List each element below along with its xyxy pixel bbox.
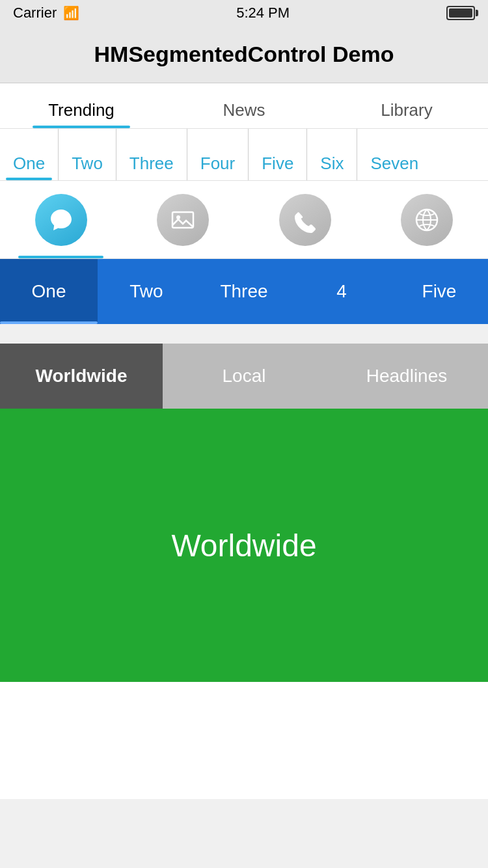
tab-icon-phone[interactable]: [244, 181, 366, 258]
tab-blue-three[interactable]: Three: [195, 259, 293, 324]
time-label: 5:24 PM: [236, 5, 290, 21]
tab-section-5: Worldwide Local Headlines: [0, 344, 488, 409]
tab-worldwide-label: Worldwide: [35, 366, 127, 387]
status-bar: Carrier 📶 5:24 PM: [0, 0, 488, 26]
tab-one[interactable]: One: [0, 129, 59, 180]
tab-worldwide[interactable]: Worldwide: [0, 344, 163, 409]
tab-blue-four-label: 4: [336, 281, 347, 302]
bottom-space: [0, 682, 488, 799]
tab-six-label: Six: [320, 154, 344, 180]
tab-section-3: [0, 181, 488, 259]
battery-fill: [449, 8, 472, 18]
tab-library-label: Library: [381, 100, 432, 128]
tab-section-1: Trending News Library: [0, 83, 488, 129]
content-area: Worldwide: [0, 409, 488, 682]
image-icon: [157, 194, 209, 246]
tab-two-label: Two: [72, 154, 103, 180]
tab-icon-globe[interactable]: [366, 181, 489, 258]
tab-blue-three-label: Three: [220, 281, 267, 302]
chat-icon: [35, 194, 87, 246]
tab-news[interactable]: News: [163, 83, 325, 128]
tab-seven-label: Seven: [370, 154, 418, 180]
battery-icon: [446, 6, 475, 20]
tab-four[interactable]: Four: [187, 129, 249, 180]
tab-blue-four[interactable]: 4: [293, 259, 390, 324]
tab-two[interactable]: Two: [59, 129, 116, 180]
tab-blue-five[interactable]: Five: [390, 259, 488, 324]
tab-blue-two-label: Two: [129, 281, 163, 302]
tab-five[interactable]: Five: [249, 129, 307, 180]
tab-blue-two[interactable]: Two: [98, 259, 195, 324]
carrier-label: Carrier: [13, 5, 57, 21]
tab-section-4: One Two Three 4 Five: [0, 259, 488, 324]
tab-one-label: One: [13, 154, 45, 180]
globe-icon: [401, 194, 453, 246]
tab-trending[interactable]: Trending: [0, 83, 163, 128]
tab-section-2: One Two Three Four Five Six Seven: [0, 129, 488, 181]
tab-five-label: Five: [262, 154, 293, 180]
tab-blue-one[interactable]: One: [0, 259, 98, 324]
tab-news-label: News: [223, 100, 265, 128]
nav-bar: HMSegmentedControl Demo: [0, 26, 488, 83]
phone-icon: [279, 194, 331, 246]
tab-local[interactable]: Local: [163, 344, 325, 409]
tab-headlines[interactable]: Headlines: [325, 344, 488, 409]
svg-rect-0: [172, 212, 193, 228]
tab-four-label: Four: [200, 154, 235, 180]
content-label: Worldwide: [171, 528, 316, 563]
tab-headlines-label: Headlines: [366, 366, 448, 387]
tab-icon-chat[interactable]: [0, 181, 122, 258]
tab-seven[interactable]: Seven: [357, 129, 431, 180]
wifi-icon: 📶: [63, 5, 79, 21]
status-left: Carrier 📶: [13, 5, 79, 21]
tab-blue-five-label: Five: [422, 281, 457, 302]
tab-three[interactable]: Three: [116, 129, 187, 180]
tab-library[interactable]: Library: [325, 83, 488, 128]
tab-six[interactable]: Six: [307, 129, 357, 180]
tab-trending-label: Trending: [48, 100, 115, 128]
tab-local-label: Local: [223, 366, 266, 387]
nav-title: HMSegmentedControl Demo: [94, 42, 394, 67]
tab-blue-one-label: One: [32, 281, 66, 302]
section-gap: [0, 324, 488, 344]
tab-icon-image[interactable]: [122, 181, 245, 258]
tab-three-label: Three: [129, 154, 174, 180]
